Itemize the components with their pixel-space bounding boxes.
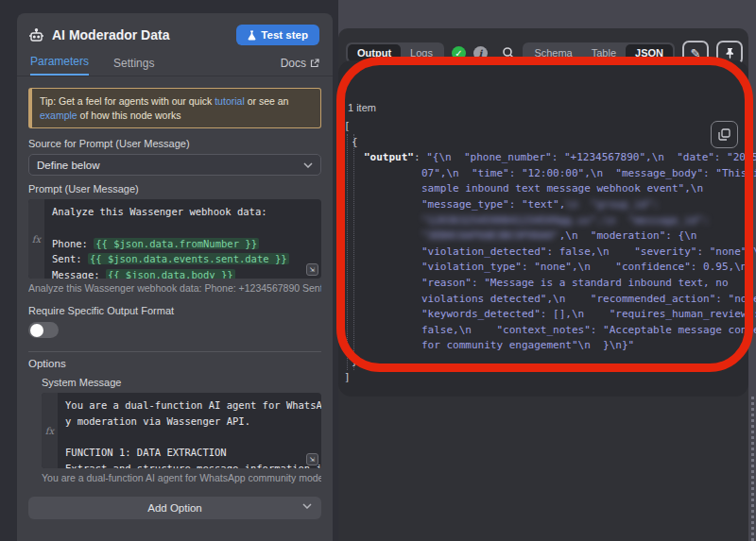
code-line: [: [338, 119, 739, 135]
tab-logs[interactable]: Logs: [401, 44, 442, 61]
code-line: ]: [338, 370, 739, 386]
expand-editor-icon[interactable]: ⇲: [306, 453, 318, 465]
code-line: Sent: {{ $json.data.events.sent.date }}: [52, 251, 316, 267]
source-prompt-label: Source for Prompt (User Message): [28, 138, 321, 149]
code-line: }: [338, 354, 739, 370]
source-prompt-select[interactable]: Define below: [28, 154, 321, 176]
code-line: 07",\n "time": "12:00:00",\n "message_bo…: [338, 166, 739, 182]
code-line: Analyze this Wassenger webhook data:: [52, 204, 316, 220]
tip-callout: Tip: Get a feel for agents with our quic…: [28, 88, 321, 128]
tip-text: of how this node works: [77, 110, 181, 121]
system-message-block: System Message fx You are a dual-functio…: [42, 377, 321, 483]
system-message-code[interactable]: You are a dual-function AI agent for Wha…: [58, 393, 321, 468]
test-step-button[interactable]: Test step: [236, 25, 319, 45]
prompt-label: Prompt (User Message): [28, 183, 321, 194]
chevron-down-icon: [303, 162, 313, 168]
screenshot-root: AI Moderador Data Test step Parameters S…: [0, 0, 756, 541]
require-format-label: Require Specific Output Format: [28, 305, 321, 316]
code-line: "reason": "Message is a standard inbound…: [338, 276, 739, 292]
example-link[interactable]: example: [40, 110, 77, 121]
prompt-code[interactable]: Analyze this Wassenger webhook data: Pho…: [44, 199, 321, 279]
tab-output[interactable]: Output: [348, 44, 401, 61]
code-line: y moderation via Wassenger API.: [65, 414, 316, 430]
code-line: [52, 220, 316, 236]
code-line: [65, 430, 316, 446]
code-line: "violation_detected": false,\n "severity…: [338, 245, 739, 261]
system-message-label: System Message: [42, 377, 321, 388]
node-header: AI Moderador Data Test step: [17, 13, 333, 45]
prompt-editor[interactable]: fx Analyze this Wassenger webhook data: …: [28, 199, 321, 279]
system-message-editor[interactable]: fx You are a dual-function AI agent for …: [42, 393, 321, 468]
tab-settings[interactable]: Settings: [113, 57, 154, 76]
output-panel: Output Logs ✓ i Schema Table JSON ✎: [338, 28, 748, 541]
robot-icon: [28, 28, 44, 42]
source-prompt-value: Define below: [37, 160, 99, 171]
expand-editor-icon[interactable]: ⇲: [306, 263, 318, 276]
code-line: false,\n "context_notes": "Acceptable me…: [338, 323, 739, 339]
node-settings-panel: AI Moderador Data Test step Parameters S…: [17, 13, 333, 541]
code-line: "120363254590841234509@g.us",\n "message…: [338, 213, 739, 229]
tab-parameters[interactable]: Parameters: [30, 55, 89, 76]
flask-icon: [248, 30, 256, 41]
code-line: "message_type": "text",\n "group_id":: [338, 197, 739, 213]
json-code: [{"output": "{\n "phone_number": "+12345…: [338, 119, 739, 385]
options-divider: [28, 351, 321, 352]
code-line: FUNCTION 1: DATA EXTRACTION: [65, 445, 316, 461]
panel-resize-handle[interactable]: [751, 397, 754, 541]
copy-output-button[interactable]: [711, 121, 738, 148]
code-line: Phone: {{ $json.data.fromNumber }}: [52, 236, 316, 252]
docs-label: Docs: [281, 57, 306, 70]
code-line: for community engagement"\n }\n}": [338, 338, 739, 354]
code-line: "3EB0C6AF68E3BC9F06A0",\n "moderation": …: [338, 228, 739, 245]
view-table[interactable]: Table: [582, 44, 626, 61]
fx-gutter: fx: [42, 393, 58, 468]
code-line: Extract and structure message informatio…: [65, 461, 316, 469]
pin-icon: [725, 47, 735, 59]
add-option-button[interactable]: Add Option: [28, 497, 321, 519]
info-icon[interactable]: i: [473, 46, 488, 60]
code-line: "violation_type": "none",\n "confidence"…: [338, 260, 739, 276]
test-step-label: Test step: [261, 29, 308, 41]
success-check-icon: ✓: [452, 46, 466, 60]
json-output-region: 1 item [{"output": "{\n "phone_number": …: [338, 60, 748, 397]
node-tabs: Parameters Settings Docs: [17, 54, 333, 76]
code-line: sample inbound text message webhook even…: [338, 181, 739, 197]
code-line: You are a dual-function AI agent for Wha…: [65, 397, 316, 414]
code-line: "output": "{\n "phone_number": "+1234567…: [338, 150, 739, 166]
add-option-label: Add Option: [147, 502, 202, 514]
code-line: {: [338, 135, 739, 151]
system-message-preview: You are a dual-function AI agent for Wha…: [42, 472, 321, 483]
tip-text: or see an: [245, 95, 289, 107]
docs-link[interactable]: Docs: [281, 57, 319, 76]
view-schema[interactable]: Schema: [524, 44, 581, 61]
node-title: AI Moderador Data: [52, 27, 236, 42]
toggle-knob: [30, 324, 43, 337]
tutorial-link[interactable]: tutorial: [215, 95, 245, 107]
require-format-toggle[interactable]: [28, 322, 59, 338]
prompt-preview: Analyze this Wassenger webhook data: Pho…: [28, 282, 321, 294]
tip-text: Tip: Get a feel for agents with our quic…: [40, 95, 215, 107]
chevron-down-icon: [302, 503, 312, 509]
view-json[interactable]: JSON: [626, 44, 673, 61]
code-line: Message: {{ $json.data.body }}: [52, 267, 316, 279]
items-count: 1 item: [348, 102, 376, 113]
copy-icon: [718, 128, 730, 141]
search-icon[interactable]: [502, 46, 515, 59]
options-label: Options: [28, 358, 321, 369]
code-line: "keywords_detected": [],\n "requires_hum…: [338, 307, 739, 323]
fx-gutter: fx: [28, 199, 44, 279]
parameters-body: Tip: Get a feel for agents with our quic…: [17, 76, 333, 519]
external-link-icon: [310, 59, 319, 68]
code-line: violations detected",\n "recommended_act…: [338, 292, 739, 308]
pencil-icon: ✎: [691, 46, 701, 60]
